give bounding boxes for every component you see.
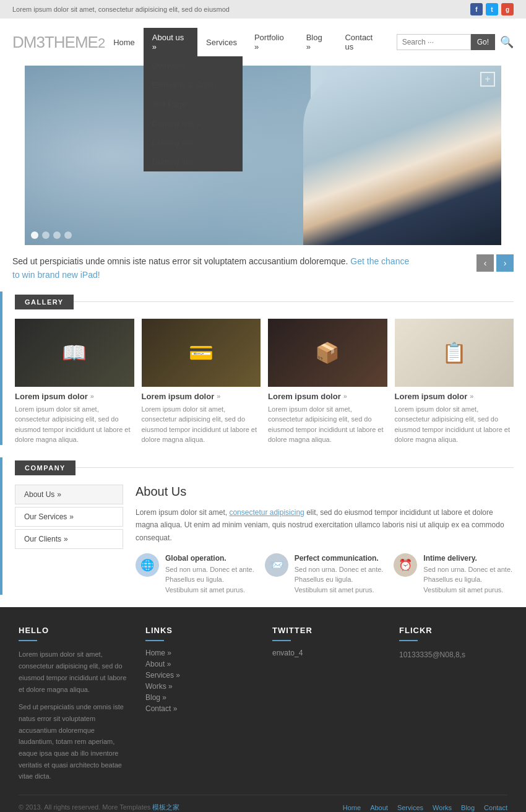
logo-num: 2: [98, 35, 105, 51]
nav-link-blog[interactable]: Blog »: [298, 28, 337, 56]
gallery-grid: 📖 Lorem ipsum dolor » Lorem ipsum dolor …: [15, 319, 514, 445]
dropdown-item-dummy3[interactable]: Dummy link: [144, 152, 243, 171]
hero-woman: [303, 66, 501, 245]
logo[interactable]: DM3THEME2: [12, 33, 105, 52]
nav-link-about[interactable]: About us »: [144, 28, 197, 56]
footer-bottom-home[interactable]: Home: [343, 804, 361, 811]
googleplus-icon[interactable]: g: [501, 3, 514, 15]
gallery-thumb-1[interactable]: 📖: [15, 319, 134, 387]
sidebar-item-services[interactable]: Our Services »: [15, 507, 123, 527]
gallery-thumb-4[interactable]: 📋: [395, 319, 514, 387]
hero-dot-3[interactable]: [53, 231, 61, 239]
dropdown-item-dummy2[interactable]: Dummy link: [144, 133, 243, 152]
search-box: Go!: [397, 34, 495, 50]
company-header: COMPANY: [15, 460, 514, 475]
gallery-section: GALLERY 📖 Lorem ipsum dolor » Lorem ipsu…: [0, 292, 526, 445]
gallery-item-text-4: Lorem ipsum dolor sit amet, consectetur …: [395, 404, 514, 445]
footer-link-home[interactable]: Home »: [145, 649, 254, 657]
feature-global-text: Global operation. Sed non urna. Donec et…: [165, 553, 256, 595]
features: 🌐 Global operation. Sed non urna. Donec …: [136, 553, 514, 595]
slide-nav: ‹ ›: [476, 254, 514, 272]
main-nav: Home About us » Overview Elements & Styl…: [105, 28, 514, 56]
nav-link-portfolio[interactable]: Portfolio »: [246, 28, 298, 56]
dropdown-item-404[interactable]: 404 Page: [144, 95, 243, 114]
feature-comm-title: Perfect communication.: [295, 554, 379, 563]
footer-copyright-link[interactable]: 模板之家: [152, 803, 179, 811]
footer-twitter-line: [272, 640, 291, 641]
gallery-item-4: 📋 Lorem ipsum dolor » Lorem ipsum dolor …: [395, 319, 514, 445]
footer-twitter: TWITTER envato_4: [272, 626, 381, 782]
feature-time-icon: ⏰: [394, 553, 417, 577]
gallery-thumb-3[interactable]: 📦: [268, 319, 387, 387]
feature-comm-desc: Sed non urna. Donec et ante. Phasellus e…: [295, 564, 385, 595]
feature-comm-icon: 📨: [265, 553, 288, 577]
nav-item-contact[interactable]: Contact us: [336, 28, 390, 56]
nav-item-services[interactable]: Services: [197, 33, 246, 52]
footer-links-title: LINKS: [145, 626, 254, 635]
dropdown-item-elements[interactable]: Elements & Styles: [144, 76, 243, 95]
search-go-button[interactable]: Go!: [471, 34, 495, 50]
hero-plus-button[interactable]: +: [480, 72, 495, 87]
footer-links: LINKS Home » About » Services » Works » …: [145, 626, 254, 782]
hero-inner: +: [25, 66, 501, 245]
gallery-title-line: [74, 301, 514, 302]
footer-bottom-blog[interactable]: Blog: [461, 804, 475, 811]
slide-prev-button[interactable]: ‹: [476, 254, 494, 272]
nav-link-services[interactable]: Services: [197, 33, 246, 52]
footer-link-services[interactable]: Services »: [145, 671, 254, 680]
nav-item-portfolio[interactable]: Portfolio »: [246, 28, 298, 56]
footer-link-blog[interactable]: Blog »: [145, 693, 254, 702]
slide-next-button[interactable]: ›: [496, 254, 514, 272]
feature-time-desc: Sed non urna. Donec et ante. Phasellus e…: [423, 564, 514, 595]
footer-link-contact[interactable]: Contact »: [145, 704, 254, 713]
nav-item-blog[interactable]: Blog »: [298, 28, 337, 56]
nav-link-contact[interactable]: Contact us: [336, 28, 390, 56]
gallery-item-title-4: Lorem ipsum dolor »: [395, 392, 514, 401]
footer-flickr-line: [399, 640, 418, 641]
hero-dot-4[interactable]: [64, 231, 72, 239]
hero-section: +: [12, 66, 514, 245]
hero-dot-2[interactable]: [42, 231, 50, 239]
footer-copyright: © 2013. All rights reserved. More Templa…: [19, 803, 179, 812]
gallery-item-1: 📖 Lorem ipsum dolor » Lorem ipsum dolor …: [15, 319, 134, 445]
footer-hello-title: HELLO: [19, 626, 127, 635]
twitter-icon[interactable]: t: [486, 3, 498, 15]
footer-flickr: FLICKR 10133335@N08,8,s: [399, 626, 507, 782]
company-about-title: About Us: [136, 485, 514, 499]
footer-bottom-services[interactable]: Services: [397, 804, 423, 811]
feature-global: 🌐 Global operation. Sed non urna. Donec …: [136, 553, 256, 595]
footer-bottom-contact[interactable]: Contact: [484, 804, 507, 811]
feature-time-text: Intime delivery. Sed non urna. Donec et …: [423, 553, 514, 595]
dropdown-item-dummy1[interactable]: Dummy link »: [144, 114, 243, 133]
nav-item-about[interactable]: About us » Overview Elements & Styles 40…: [144, 28, 197, 56]
search-icon-button[interactable]: 🔍: [500, 35, 514, 49]
sidebar-item-clients[interactable]: Our Clients »: [15, 529, 123, 549]
footer-hello-text2: Sed ut perspiciatis unde omnis iste natu…: [19, 701, 127, 782]
footer-grid: HELLO Lorem ipsum dolor sit amet, consec…: [19, 626, 507, 782]
feature-global-title: Global operation.: [165, 554, 226, 563]
feature-globe-icon: 🌐: [136, 553, 159, 577]
footer-twitter-handle[interactable]: envato_4: [272, 649, 381, 657]
footer-link-works[interactable]: Works »: [145, 682, 254, 691]
sidebar-item-about[interactable]: About Us »: [15, 485, 123, 504]
footer-link-about[interactable]: About »: [145, 660, 254, 668]
facebook-icon[interactable]: f: [470, 3, 483, 15]
header: DM3THEME2 Home About us » Overview Eleme…: [0, 19, 526, 66]
company-about-link[interactable]: consectetur adipisicing: [229, 508, 304, 517]
dropdown-item-overview[interactable]: Overview: [144, 56, 243, 76]
hero-dot-1[interactable]: [31, 231, 38, 239]
social-links: f t g: [470, 3, 514, 15]
about-dropdown: Overview Elements & Styles 404 Page Dumm…: [144, 56, 243, 171]
footer-bottom-works[interactable]: Works: [433, 804, 452, 811]
gallery-thumb-2[interactable]: 💳: [142, 319, 261, 387]
footer-bottom-about[interactable]: About: [370, 804, 388, 811]
company-sidebar: About Us » Our Services » Our Clients »: [15, 485, 123, 595]
nav-link-home[interactable]: Home: [105, 33, 144, 52]
gallery-item-2: 💳 Lorem ipsum dolor » Lorem ipsum dolor …: [142, 319, 261, 445]
top-bar: Lorem ipsum dolor sit amet, consectetur …: [0, 0, 526, 19]
footer-bottom-links: Home About Services Works Blog Contact: [343, 804, 507, 811]
search-input[interactable]: [397, 34, 471, 50]
gallery-content: GALLERY 📖 Lorem ipsum dolor » Lorem ipsu…: [2, 292, 526, 445]
slide-text: Sed ut perspiciatis unde omnis iste natu…: [12, 254, 415, 282]
nav-item-home[interactable]: Home: [105, 33, 144, 52]
